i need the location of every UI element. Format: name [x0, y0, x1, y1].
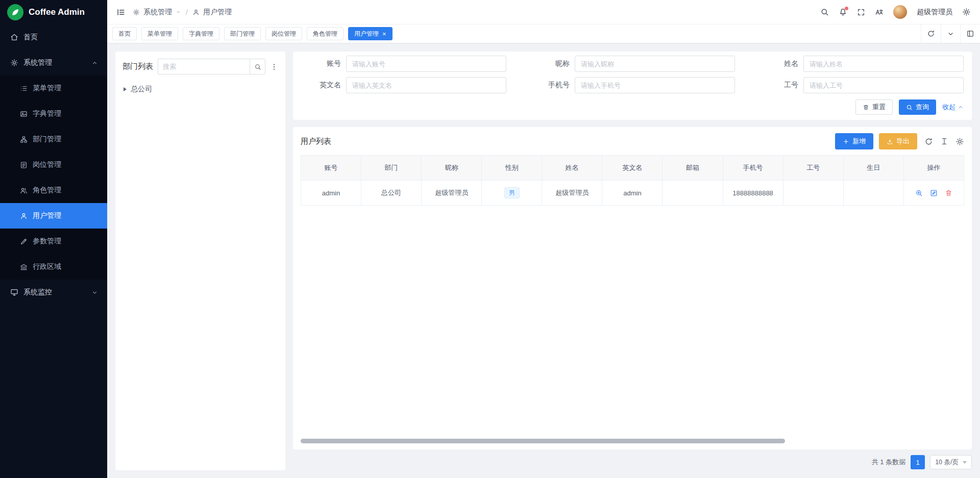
- reset-button[interactable]: 重置: [855, 99, 893, 115]
- tree-node-label: 总公司: [131, 85, 152, 94]
- sidebar-item-menu-mgmt[interactable]: 菜单管理: [0, 76, 107, 101]
- department-search-input[interactable]: [158, 59, 250, 74]
- notification-bell-icon[interactable]: [839, 8, 847, 16]
- sidebar-item-label: 用户管理: [33, 211, 61, 220]
- layout-toggle-icon[interactable]: [960, 24, 980, 43]
- username[interactable]: 超级管理员: [917, 8, 952, 17]
- sidebar-item-dict-mgmt[interactable]: 字典管理: [0, 101, 107, 127]
- column-header-email: 邮箱: [663, 156, 723, 181]
- field-label: 昵称: [530, 59, 570, 68]
- sidebar-item-system-mgmt[interactable]: 系统管理: [0, 50, 107, 76]
- row-height-icon[interactable]: [940, 137, 948, 145]
- column-settings-icon[interactable]: [955, 137, 964, 146]
- picture-icon: [20, 110, 28, 118]
- department-panel-header: 部门列表: [122, 59, 278, 74]
- export-button[interactable]: 导出: [879, 133, 917, 149]
- settings-gear-icon[interactable]: [962, 8, 971, 16]
- breadcrumb: 系统管理 / 用户管理: [133, 8, 232, 17]
- sitemap-icon: [20, 136, 28, 143]
- tab-menu-chevron-icon[interactable]: [941, 24, 960, 43]
- sidebar-item-label: 行政区域: [33, 262, 61, 271]
- tab-menu-mgmt[interactable]: 菜单管理: [141, 27, 178, 40]
- tab-post-mgmt[interactable]: 岗位管理: [265, 27, 302, 40]
- view-user-icon[interactable]: [915, 189, 923, 197]
- sidebar-item-label: 参数管理: [33, 237, 61, 246]
- sidebar-item-label: 岗位管理: [33, 160, 61, 169]
- field-label: 英文名: [301, 81, 341, 90]
- download-icon: [887, 138, 893, 145]
- phone-input[interactable]: [575, 77, 735, 93]
- reset-button-label: 重置: [872, 103, 886, 112]
- avatar[interactable]: [893, 5, 907, 19]
- chevron-down-icon: [91, 289, 98, 296]
- sidebar-item-post-mgmt[interactable]: 岗位管理: [0, 152, 107, 178]
- department-search-button[interactable]: [250, 59, 265, 74]
- query-button[interactable]: 查询: [899, 99, 936, 115]
- cell-gender: 男: [482, 181, 542, 206]
- refresh-table-icon[interactable]: [924, 137, 933, 146]
- tab-dept-mgmt[interactable]: 部门管理: [224, 27, 261, 40]
- chevron-down-icon: [176, 9, 181, 15]
- sidebar-item-label: 首页: [23, 33, 38, 42]
- cell-nickname: 超级管理员: [422, 181, 482, 206]
- sidebar-item-system-monitor[interactable]: 系统监控: [0, 280, 107, 305]
- tree-caret-icon[interactable]: [124, 87, 127, 91]
- sidebar-item-dept-mgmt[interactable]: 部门管理: [0, 127, 107, 152]
- column-header-phone: 手机号: [723, 156, 783, 181]
- plus-icon: [843, 138, 849, 145]
- sidebar-item-user-mgmt[interactable]: 用户管理: [0, 203, 107, 229]
- search-icon[interactable]: [820, 8, 829, 16]
- tree-node-root[interactable]: 总公司: [122, 83, 278, 95]
- collapse-sidebar-icon[interactable]: [116, 8, 126, 17]
- field-account: 账号: [301, 56, 506, 72]
- refresh-page-icon[interactable]: [921, 24, 941, 43]
- account-input[interactable]: [346, 56, 506, 72]
- en-name-input[interactable]: [346, 77, 506, 93]
- horizontal-scrollbar[interactable]: [301, 439, 785, 443]
- delete-user-icon[interactable]: [945, 189, 952, 197]
- column-header-en-name: 英文名: [602, 156, 663, 181]
- fullscreen-icon[interactable]: [857, 8, 865, 16]
- sidebar-nav: 首页 系统管理 菜单管理 字典管理 部门管理: [0, 24, 107, 478]
- page-size-select[interactable]: 10 条/页: [930, 455, 972, 469]
- field-work-no: 工号: [758, 77, 964, 93]
- app-title: Coffee Admin: [29, 7, 85, 17]
- tab-dict-mgmt[interactable]: 字典管理: [183, 27, 219, 40]
- notification-dot: [845, 7, 848, 10]
- user-table: 账号 部门 昵称 性别 姓名 英文名 邮箱 手机号 工号 生日 操作: [301, 155, 964, 206]
- department-search-group: [158, 59, 265, 74]
- sidebar-item-param-mgmt[interactable]: 参数管理: [0, 229, 107, 254]
- sidebar-item-home[interactable]: 首页: [0, 24, 107, 50]
- translate-icon[interactable]: [875, 8, 884, 16]
- app-root: Coffee Admin 首页 系统管理 菜单管理 字典管理: [0, 0, 980, 478]
- column-header-work-no: 工号: [783, 156, 843, 181]
- sidebar-item-region-mgmt[interactable]: 行政区域: [0, 254, 107, 280]
- app-logo: Coffee Admin: [0, 0, 107, 24]
- trash-icon: [863, 104, 869, 111]
- edit-user-icon[interactable]: [930, 189, 938, 197]
- collapse-filter-button[interactable]: 收起: [942, 103, 964, 112]
- export-button-label: 导出: [896, 137, 910, 146]
- work-no-input[interactable]: [803, 77, 964, 93]
- caret-down-icon: [963, 461, 967, 464]
- breadcrumb-level1[interactable]: 系统管理: [143, 8, 172, 17]
- collapse-filter-label: 收起: [942, 103, 955, 112]
- nickname-input[interactable]: [575, 56, 735, 72]
- gear-icon: [133, 9, 140, 16]
- cell-account: admin: [301, 181, 361, 206]
- user-list-header: 用户列表 新增 导出: [301, 133, 964, 149]
- tab-user-mgmt[interactable]: 用户管理 ×: [348, 27, 393, 40]
- pagination: 共 1 条数据 1 10 条/页: [293, 454, 972, 470]
- cell-email: [663, 181, 723, 206]
- add-user-button[interactable]: 新增: [835, 133, 873, 149]
- page-1-button[interactable]: 1: [911, 455, 925, 469]
- tab-home[interactable]: 首页: [112, 27, 137, 40]
- department-more-icon[interactable]: [270, 63, 278, 71]
- tab-role-mgmt[interactable]: 角色管理: [307, 27, 344, 40]
- sidebar-item-role-mgmt[interactable]: 角色管理: [0, 178, 107, 203]
- field-phone: 手机号: [530, 77, 735, 93]
- name-input[interactable]: [803, 56, 964, 72]
- column-header-gender: 性别: [482, 156, 542, 181]
- cell-dept: 总公司: [361, 181, 422, 206]
- tab-close-icon[interactable]: ×: [382, 31, 386, 37]
